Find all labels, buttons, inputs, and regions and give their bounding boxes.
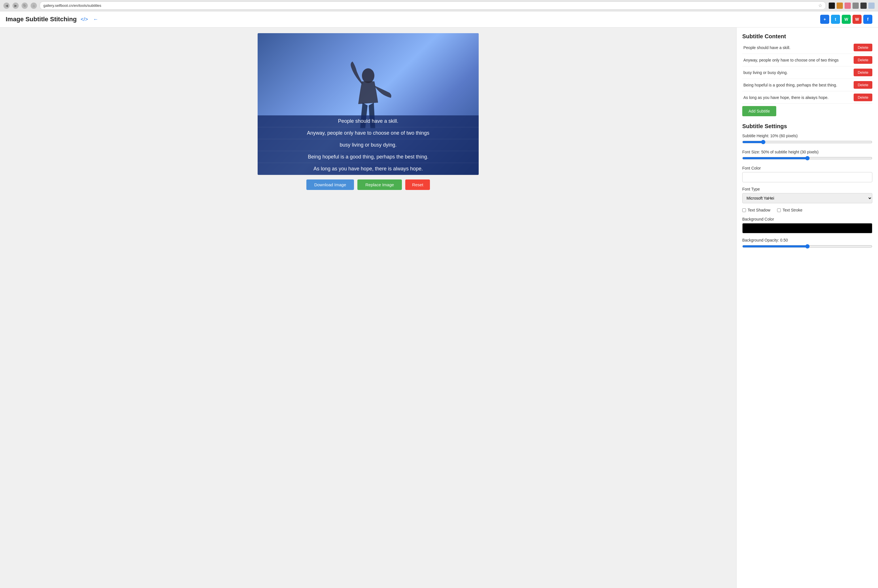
url-bar[interactable]: gallery.selfboot.cn/en/tools/subtitles ☆ (40, 2, 826, 10)
main-content: People should have a skill. Anyway, peop… (0, 27, 878, 588)
font-type-label: Font Type (742, 187, 872, 191)
subtitle-settings-title: Subtitle Settings (742, 123, 872, 130)
browser-forward-button[interactable]: ▶ (12, 3, 19, 9)
browser-refresh-button[interactable]: ↻ (21, 3, 28, 9)
subtitle-list: Delete Delete Delete Delete Delete (742, 44, 872, 104)
subtitle-line-4: Being hopeful is a good thing, perhaps t… (258, 151, 479, 163)
subtitle-line-3: busy living or busy dying. (258, 139, 479, 151)
social-facebook-button[interactable]: f (863, 15, 872, 24)
social-wechat-button[interactable]: W (842, 15, 851, 24)
text-stroke-checkbox[interactable] (777, 208, 781, 212)
right-panel: Subtitle Content Delete Delete Delete De… (736, 27, 878, 588)
replace-image-button[interactable]: Replace Image (357, 180, 402, 190)
font-type-select[interactable]: Microsoft YaHei Arial Times New Roman Ge… (742, 193, 872, 203)
subtitle-row-1: Delete (742, 44, 872, 54)
subtitle-row-4: Delete (742, 81, 872, 91)
subtitle-input-3[interactable] (742, 69, 851, 76)
browser-home-button[interactable]: ⌂ (31, 3, 37, 9)
subtitle-input-1[interactable] (742, 44, 851, 51)
delete-subtitle-5[interactable]: Delete (854, 93, 872, 101)
social-weibo-button[interactable]: W (853, 15, 862, 24)
add-subtitle-button[interactable]: Add Subtitle (742, 106, 776, 116)
social-plus-button[interactable]: + (820, 15, 829, 24)
swatch-3 (845, 3, 851, 9)
url-text: gallery.selfboot.cn/en/tools/subtitles (43, 3, 101, 8)
bg-opacity-slider[interactable] (742, 244, 872, 249)
image-panel: People should have a skill. Anyway, peop… (0, 27, 736, 588)
checkbox-group: Text Shadow Text Stroke (742, 208, 872, 212)
back-icon[interactable]: ← (92, 16, 99, 23)
delete-subtitle-2[interactable]: Delete (854, 56, 872, 64)
subtitle-line-2: Anyway, people only have to choose one o… (258, 127, 479, 139)
bg-color-setting: Background Color (742, 217, 872, 233)
subtitle-line-1: People should have a skill. (258, 116, 479, 127)
text-effects-setting: Text Shadow Text Stroke (742, 208, 872, 212)
subtitle-input-4[interactable] (742, 82, 851, 88)
bg-opacity-setting: Background Opacity: 0.50 (742, 238, 872, 249)
browser-bar: ◀ ▶ ↻ ⌂ gallery.selfboot.cn/en/tools/sub… (0, 0, 878, 11)
font-color-picker[interactable] (742, 172, 872, 182)
header-left: Image Subtitle Stitching </> ← (6, 16, 99, 23)
subtitle-content-title: Subtitle Content (742, 33, 872, 40)
page-title: Image Subtitle Stitching (6, 16, 77, 23)
social-twitter-button[interactable]: t (831, 15, 840, 24)
browser-back-button[interactable]: ◀ (3, 3, 10, 9)
delete-subtitle-3[interactable]: Delete (854, 69, 872, 76)
fontsize-setting: Font Size: 50% of subtitle height (30 pi… (742, 150, 872, 161)
bg-color-label: Background Color (742, 217, 872, 221)
swatch-2 (837, 3, 843, 9)
subtitle-line-5: As long as you have hope, there is alway… (258, 163, 479, 175)
font-color-label: Font Color (742, 166, 872, 170)
swatch-6 (868, 3, 875, 9)
image-container: People should have a skill. Anyway, peop… (258, 33, 479, 175)
image-action-buttons: Download Image Replace Image Reset (306, 180, 430, 190)
code-icon[interactable]: </> (79, 16, 89, 23)
subtitle-row-2: Delete (742, 56, 872, 66)
swatch-5 (860, 3, 867, 9)
fontsize-slider[interactable] (742, 156, 872, 160)
height-setting: Subtitle Height: 10% (60 pixels) (742, 134, 872, 145)
delete-subtitle-4[interactable]: Delete (854, 81, 872, 89)
subtitle-row-5: Delete (742, 93, 872, 104)
svg-point-0 (362, 68, 375, 83)
download-image-button[interactable]: Download Image (306, 180, 354, 190)
swatch-4 (853, 3, 859, 9)
height-slider[interactable] (742, 140, 872, 144)
font-type-setting: Font Type Microsoft YaHei Arial Times Ne… (742, 187, 872, 203)
social-buttons: + t W W f (820, 15, 872, 24)
bg-color-picker[interactable] (742, 223, 872, 233)
subtitle-row-3: Delete (742, 69, 872, 79)
page-header: Image Subtitle Stitching </> ← + t W W f (0, 11, 878, 27)
subtitle-input-2[interactable] (742, 57, 851, 63)
subtitle-input-5[interactable] (742, 94, 851, 101)
fontsize-label: Font Size: 50% of subtitle height (30 pi… (742, 150, 872, 154)
text-stroke-label[interactable]: Text Stroke (777, 208, 802, 212)
height-label: Subtitle Height: 10% (60 pixels) (742, 134, 872, 138)
subtitle-overlay: People should have a skill. Anyway, peop… (258, 116, 479, 175)
bookmark-icon[interactable]: ☆ (818, 3, 822, 8)
text-shadow-checkbox[interactable] (742, 208, 746, 212)
reset-button[interactable]: Reset (405, 180, 430, 190)
text-shadow-label[interactable]: Text Shadow (742, 208, 770, 212)
font-color-setting: Font Color (742, 166, 872, 182)
bg-opacity-label: Background Opacity: 0.50 (742, 238, 872, 242)
color-swatches (829, 3, 875, 9)
delete-subtitle-1[interactable]: Delete (854, 44, 872, 51)
swatch-1 (829, 3, 835, 9)
